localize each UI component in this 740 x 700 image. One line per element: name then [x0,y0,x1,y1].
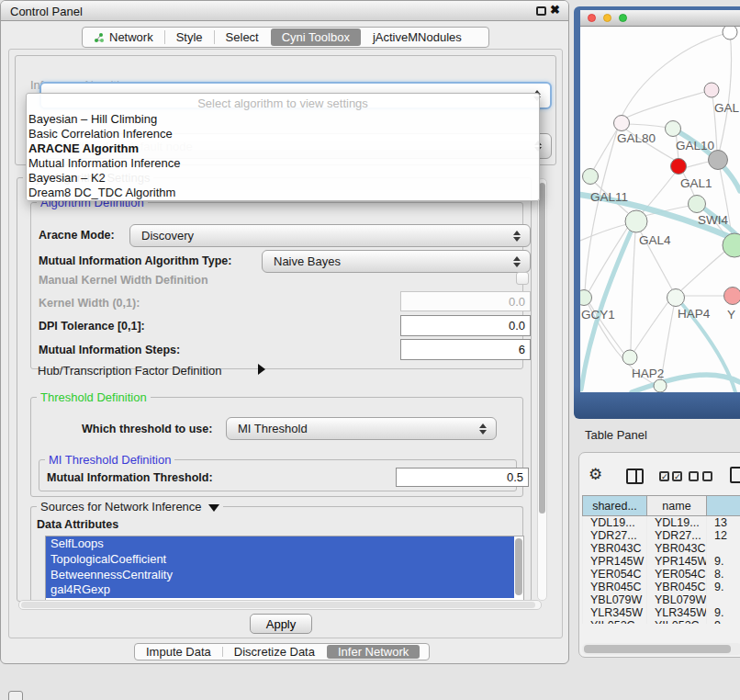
dropdown-item[interactable]: Bayesian – K2 [27,171,539,186]
select-all-columns-icon[interactable]: ✓✓ [659,471,682,481]
table-hscrollbar-thumb[interactable] [584,645,731,653]
tab-discretize-data[interactable]: Discretize Data [223,644,326,660]
network-node-selected-red[interactable] [671,159,687,175]
tab-select[interactable]: Select [215,28,270,47]
table-row[interactable]: YDL19...YDL19...13 [583,516,740,530]
tab-impute-data[interactable]: Impute Data [135,644,222,660]
cell[interactable]: YLR345W [583,606,647,619]
network-window-titlebar[interactable] [580,10,740,27]
dropdown-item[interactable]: Bayesian – Hill Climbing [27,112,539,127]
network-node-gal80[interactable] [614,116,630,131]
tab-network[interactable]: Network [83,28,164,47]
list-scrollbar[interactable] [515,538,522,595]
table-row[interactable]: YIL052CYIL052C9 [583,619,740,624]
network-node-gray[interactable] [709,151,728,170]
cell[interactable] [707,593,740,606]
cell[interactable]: YDL19... [583,516,647,530]
settings-hscrollbar[interactable] [18,600,542,610]
network-node-swi4[interactable] [689,196,706,213]
cell[interactable]: YBL079W [647,593,707,606]
network-node-hap4[interactable] [667,289,685,307]
cell[interactable]: YBR043C [647,542,707,555]
list-item-selected[interactable]: TopologicalCoefficient [46,552,514,568]
column-header-name[interactable]: name [647,496,707,516]
cell[interactable]: 9. [707,555,740,568]
cell[interactable]: YBR045C [583,581,647,593]
table-row[interactable]: YLR345WYLR345W9. [583,606,740,619]
cell[interactable]: YBR043C [583,542,647,555]
cell[interactable]: 9. [707,606,740,619]
column-header-shared-name[interactable]: shared... [583,496,647,516]
zoom-traffic-light[interactable] [619,14,627,22]
table-row[interactable]: YPR145WYPR145W9. [583,555,740,568]
network-node-gcy1[interactable] [580,290,592,306]
close-traffic-light[interactable] [588,14,596,22]
cell[interactable]: YER054C [647,568,707,581]
aracne-mode-combo[interactable]: Discovery [129,224,531,247]
apply-button[interactable]: Apply [250,614,312,634]
table-row[interactable]: YDR27...YDR27...12 [583,529,740,542]
network-node-salmon[interactable] [724,288,740,305]
dropdown-item[interactable]: Mutual Information Inference [27,156,539,171]
cell[interactable]: YDR27... [583,529,647,542]
unselect-all-columns-icon[interactable] [689,471,712,481]
table-row[interactable]: YBL079WYBL079W [583,593,740,606]
network-node-hap2[interactable] [622,350,637,365]
manual-kernel-checkbox[interactable] [516,272,529,285]
network-node[interactable] [704,83,719,97]
network-node[interactable] [654,379,667,392]
list-item-selected[interactable]: BetweennessCentrality [46,568,514,583]
list-item-selected[interactable]: gal4RGexp [46,582,514,598]
settings-hscrollbar-thumb[interactable] [21,602,535,608]
mi-threshold-field[interactable] [396,468,529,487]
cell[interactable]: YIL052C [583,619,647,624]
dropdown-item[interactable]: Basic Correlation Inference [27,127,539,141]
tab-infer-network[interactable]: Infer Network [327,645,420,659]
tab-cyni-toolbox[interactable]: Cyni Toolbox [271,28,361,46]
dropdown-item-selected[interactable]: ARACNE Algorithm [27,141,539,156]
cell[interactable]: 8. [707,568,740,581]
which-threshold-combo[interactable]: MI Threshold [226,417,497,440]
cell[interactable]: YDR27... [647,529,707,542]
tab-jactivemnodules[interactable]: jActiveMNodules [362,28,473,47]
list-item-selected[interactable]: SelfLoops [46,536,514,552]
cell[interactable]: YLR345W [647,606,707,619]
control-panel-titlebar[interactable]: Control Panel ✖ [1,1,568,21]
cell[interactable]: YBL079W [583,593,647,606]
cell[interactable]: YPR145W [647,555,707,568]
gear-icon[interactable]: ⚙ [589,465,602,484]
minimized-panel-icon[interactable] [8,691,23,700]
mi-type-combo[interactable]: Naive Bayes [262,250,531,273]
table-row[interactable]: YBR045CYBR045C9. [583,581,740,593]
network-node-gal4[interactable] [625,210,647,232]
column-header[interactable] [707,496,740,516]
network-node[interactable] [723,27,737,40]
minimize-traffic-light[interactable] [603,14,611,22]
network-canvas[interactable]: GAL GAL80 GAL10 GAL1 GAL11 SWI4 GAL4 GCY… [580,27,740,392]
expanded-arrow-icon[interactable] [208,504,219,512]
close-icon[interactable]: ✖ [550,3,560,17]
settings-vscrollbar[interactable] [537,178,547,601]
table-row[interactable]: YBR043CYBR043C [583,542,740,555]
kernel-width-field[interactable] [400,291,531,311]
network-node-gal11[interactable] [583,169,599,185]
new-table-icon[interactable] [730,467,740,483]
cell[interactable]: YBR045C [647,581,707,593]
cell[interactable]: YPR145W [583,555,647,568]
table-row[interactable]: YER054CYER054C8. [583,568,740,581]
cell[interactable]: YIL052C [647,619,707,624]
float-window-icon[interactable] [536,6,546,16]
cell[interactable]: 9. [707,581,740,593]
tab-style[interactable]: Style [165,28,214,47]
cell[interactable]: 12 [707,529,740,542]
cell[interactable]: 9 [707,619,740,624]
cell[interactable] [707,542,740,555]
hub-definition-label[interactable]: Hub/Transcription Factor Definition [38,364,221,378]
cell[interactable]: 13 [707,516,740,530]
cell[interactable]: YER054C [583,568,647,581]
mi-steps-field[interactable] [400,339,531,360]
collapsed-arrow-icon[interactable] [258,364,265,375]
network-node-gal10[interactable] [666,121,681,137]
cell[interactable]: YDL19... [647,516,707,530]
split-columns-icon[interactable] [626,469,644,484]
